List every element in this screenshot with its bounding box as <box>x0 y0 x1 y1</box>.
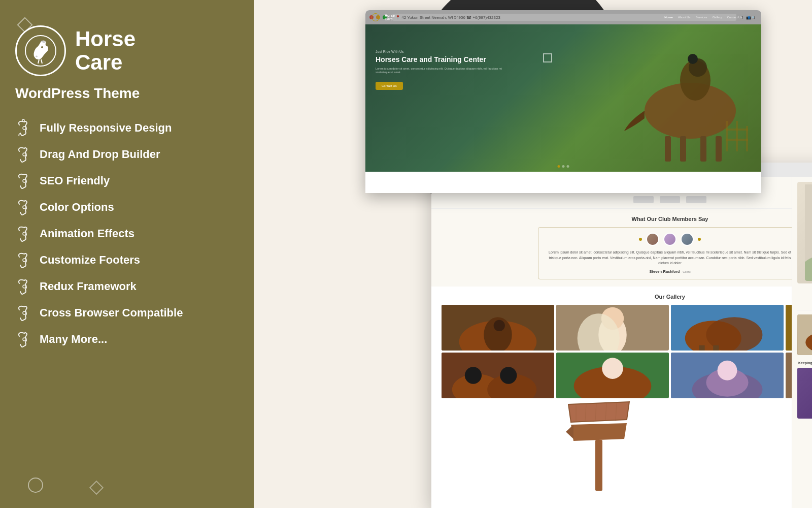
logo-circle <box>15 25 66 76</box>
svg-marker-94 <box>566 425 573 439</box>
svg-marker-91 <box>568 402 629 422</box>
seo-icon <box>15 172 33 190</box>
feature-footer: Customize Footers <box>15 248 239 272</box>
color-icon <box>15 198 33 216</box>
svg-point-1 <box>41 46 43 48</box>
hero-dot-3 <box>567 165 569 168</box>
deco-square <box>543 53 552 62</box>
approved-logo-1 <box>633 196 654 203</box>
svg-rect-44 <box>699 345 705 350</box>
testimonial-section: What Our Club Members Say Lorem ipsum do… <box>431 209 812 287</box>
right-panel: W 📍 42 Yukon Street Neenah, WI 54956 ☎ +… <box>218 0 812 508</box>
svg-point-25 <box>688 54 698 64</box>
feature-redux: Redux Framework <box>15 274 239 299</box>
animation-icon <box>15 225 33 243</box>
avatar-dot-left <box>639 238 642 241</box>
gallery-cell-3 <box>671 305 784 351</box>
svg-rect-21 <box>665 136 671 162</box>
hero-dot-2 <box>562 165 565 168</box>
svg-rect-30 <box>726 139 748 141</box>
svg-rect-45 <box>713 345 719 350</box>
hero-dot-1 <box>558 165 560 168</box>
avatar-dot-right <box>698 238 701 241</box>
responsive-icon <box>15 119 33 137</box>
svg-point-58 <box>602 358 623 379</box>
svg-point-12 <box>23 311 26 314</box>
hero-cta-button[interactable]: Contact Us <box>376 82 403 90</box>
approved-logo-3 <box>686 196 706 203</box>
svg-point-64 <box>718 360 737 380</box>
svg-point-10 <box>23 259 26 262</box>
keeping-img-1 <box>797 314 812 355</box>
keeping-label-text: Keeping and Care <box>798 361 812 365</box>
video-thumbnail[interactable] <box>797 368 812 419</box>
nav-link-user: 👤 🔍 <box>747 16 755 19</box>
svg-point-7 <box>23 179 26 182</box>
gallery-grid <box>442 305 812 398</box>
svg-rect-24 <box>716 136 722 162</box>
hero-subtitle: Just Ride With Us <box>376 50 507 53</box>
svg-point-36 <box>494 320 505 331</box>
preview-nav: HorseCare Home About Us Services Gallery… <box>365 10 761 24</box>
browser-top: 📍 42 Yukon Street Neenah, WI 54956 ☎ +6(… <box>365 10 761 193</box>
browser-compat-icon <box>15 304 33 322</box>
svg-line-3 <box>38 59 39 64</box>
svg-rect-27 <box>736 121 738 151</box>
svg-point-9 <box>23 232 26 235</box>
testimonial-avatars <box>546 233 794 246</box>
svg-point-6 <box>23 153 26 156</box>
feature-responsive: Fully Responsive Design <box>15 116 239 140</box>
horse-jump-image <box>797 182 812 283</box>
nav-link-gallery: Gallery <box>713 16 722 19</box>
gallery-cell-2 <box>556 305 669 351</box>
svg-marker-93 <box>571 423 627 441</box>
testimonial-title: What Our Club Members Say <box>442 216 812 222</box>
redux-icon <box>15 277 33 296</box>
gallery-cell-6 <box>556 353 669 398</box>
deco-diamond-bottom <box>89 481 104 495</box>
horse-jump-svg <box>805 184 813 281</box>
svg-rect-23 <box>700 136 706 162</box>
hero-horse-silhouette <box>614 29 756 167</box>
footer-icon <box>15 251 33 269</box>
nav-link-home: Home <box>664 16 673 19</box>
wordpress-theme-label: WordPress Theme <box>15 85 239 102</box>
hero-dots <box>558 165 569 168</box>
more-icon <box>15 330 33 348</box>
gallery-cell-5 <box>442 353 554 398</box>
feature-animation: Animation Effects <box>15 221 239 246</box>
svg-rect-90 <box>595 440 602 491</box>
brand-name: Horse Care <box>75 27 136 74</box>
avatar-2 <box>663 233 676 246</box>
nav-link-contact: Contact Us <box>727 16 742 19</box>
feature-list: Fully Responsive Design Drag And Drop Bu… <box>15 116 239 352</box>
testimonial-box: Lorem ipsum dolor sit amet, consectetur … <box>538 227 802 279</box>
keeping-section: Keeping and Care → <box>797 314 812 419</box>
svg-point-5 <box>23 126 26 130</box>
gallery-title: Our Gallery <box>442 294 812 300</box>
logo-area: Horse Care <box>15 25 239 76</box>
svg-line-4 <box>41 59 42 64</box>
gallery-cell-1 <box>442 305 554 351</box>
dragdrop-icon <box>15 145 33 164</box>
hero-title: Horses Care and Training Center <box>376 55 507 64</box>
approved-logos <box>442 196 812 203</box>
feature-more: Many More... <box>15 327 239 352</box>
testimonial-author: Steven-Rashford - Client <box>546 269 794 274</box>
service-item-1: → <box>797 298 812 310</box>
svg-rect-26 <box>726 121 728 151</box>
svg-point-2 <box>36 56 38 57</box>
gallery-cell-7 <box>671 353 784 398</box>
svg-rect-22 <box>680 136 686 162</box>
gallery-section: Our Gallery <box>431 287 812 405</box>
left-panel: Horse Care WordPress Theme Fully Respons… <box>0 0 254 508</box>
wooden-sign <box>566 399 632 493</box>
avatar-3 <box>681 233 694 246</box>
svg-point-55 <box>500 367 517 384</box>
feature-browser: Cross Browser Compatible <box>15 301 239 325</box>
feature-dragdrop: Drag And Drop Builder <box>15 142 239 167</box>
hero-description: Lorem ipsum dolor sit amet, consectetur … <box>376 67 507 75</box>
preview-nav-logo <box>371 13 380 21</box>
svg-rect-29 <box>726 129 748 131</box>
feature-color: Color Options <box>15 195 239 219</box>
